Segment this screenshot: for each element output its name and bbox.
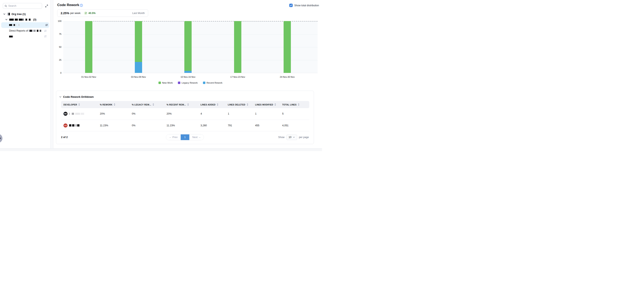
legend-label: Recent Rework (206, 82, 222, 84)
pagination: ← Prev 1 Next → (166, 134, 204, 140)
org-tree-label: Org tree (1) (12, 13, 26, 16)
checkbox-checked-icon[interactable] (289, 4, 293, 7)
x-tick-label: 10 Nov-16 Nov (175, 76, 201, 78)
bar-03-nov-09-nov (135, 21, 142, 73)
info-icon[interactable] (80, 4, 83, 7)
chart-legend: New WorkLegacy ReworkRecent Rework (63, 82, 318, 84)
show-label: Show (278, 136, 284, 139)
cell-rework: 11.23% (96, 120, 128, 131)
sort-icon[interactable] (217, 103, 218, 106)
cell-added: 3,260 (196, 120, 224, 131)
avatar: AS (64, 123, 68, 127)
filter-sliders-icon[interactable] (45, 24, 48, 26)
cell-deleted: 1 (224, 108, 251, 120)
chevron-down-icon[interactable] (5, 19, 8, 21)
sidebar-item-team[interactable]: (3) (5, 18, 36, 21)
cell-recent: 11.23% (162, 120, 196, 131)
sort-icon[interactable] (247, 103, 248, 106)
y-tick-label: 25 (54, 59, 62, 61)
legend-item-recent-rework[interactable]: Recent Rework (203, 82, 222, 84)
col-recent-rework[interactable]: % RECENT REW... (162, 101, 196, 108)
row-count-label: 2 of 2 (61, 136, 68, 139)
sort-icon[interactable] (188, 103, 189, 106)
drilldown-title: Code Rework Drilldown (63, 95, 94, 98)
x-tick-label: 17 Nov-23 Nov (224, 76, 251, 78)
search-input[interactable] (8, 5, 36, 7)
avatar: MS (64, 112, 68, 116)
page-title: Code Rework (57, 3, 79, 7)
bar-01-nov-02-nov (85, 21, 92, 73)
x-tick-label: 01 Nov-02 Nov (76, 76, 102, 78)
sidebar-item-other[interactable] (9, 36, 14, 38)
sidebar-item-selected-filter[interactable] (1, 22, 49, 28)
rework-delta-value: 40.5% (88, 12, 96, 15)
redacted-filter-name (9, 24, 20, 26)
rework-delta-badge: ↗ 40.5% (84, 12, 96, 15)
cell-deleted: 791 (224, 120, 251, 131)
cell-modified: 1 (251, 108, 278, 120)
collapse-chevron-icon[interactable] (59, 96, 62, 98)
col-lines-deleted[interactable]: LINES DELETED (224, 101, 251, 108)
chevron-down-icon (293, 136, 295, 138)
expand-sidebar-icon[interactable] (45, 4, 48, 8)
sort-icon[interactable] (298, 103, 299, 106)
search-icon (5, 5, 7, 7)
per-page-label: per page (299, 136, 309, 139)
total-reference-line (85, 21, 318, 22)
prev-page-button[interactable]: ← Prev (166, 134, 181, 140)
col-rework[interactable]: % REWORK (96, 101, 128, 108)
drilldown-header[interactable]: Code Rework Drilldown (59, 95, 94, 98)
cell-rework: 20% (96, 108, 128, 120)
team-count-label: (3) (33, 18, 36, 21)
rework-stat-card: 2.25% per week ↗ 40.5% Last Month (57, 9, 148, 17)
cell-modified: 455 (251, 120, 278, 131)
play-right-icon (0, 137, 1, 139)
sidebar-gutter (51, 0, 53, 148)
y-tick-label: 100 (54, 20, 62, 22)
code-rework-drilldown-card: Code Rework Drilldown DEVELOPER % REWORK… (56, 91, 314, 144)
bar-10-nov-16-nov (184, 21, 192, 73)
col-lines-added[interactable]: LINES ADDED (196, 101, 224, 108)
sort-icon[interactable] (78, 103, 80, 106)
legend-item-legacy-rework[interactable]: Legacy Rework (178, 82, 198, 84)
y-tick-label: 0 (54, 72, 62, 74)
search-box[interactable] (3, 3, 42, 9)
legend-item-new-work[interactable]: New Work (158, 82, 173, 84)
x-tick-label: 03 Nov-09 Nov (125, 76, 152, 78)
cell-added: 4 (196, 108, 224, 120)
page-size-select[interactable]: 10 (286, 135, 297, 140)
trend-up-icon: ↗ (84, 12, 87, 15)
table-row[interactable]: AS 11.23% 0% 11.23% 3,260 791 455 4,051 (61, 120, 309, 131)
cell-total: 5 (278, 108, 309, 120)
chart-plot (63, 21, 318, 73)
redacted-team-name (9, 19, 31, 21)
y-tick-label: 75 (54, 33, 62, 35)
sidebar-item-direct-reports[interactable]: Direct Reports of (9, 29, 41, 32)
col-developer[interactable]: DEVELOPER (61, 101, 96, 108)
filter-sliders-icon[interactable] (44, 30, 47, 32)
sort-icon[interactable] (152, 103, 154, 106)
drilldown-table: DEVELOPER % REWORK % LEGACY REW... % REC… (61, 101, 309, 131)
redacted-manager-name (29, 30, 41, 32)
next-page-button[interactable]: Next → (190, 134, 204, 140)
chevron-down-icon[interactable] (3, 13, 6, 15)
redacted-developer-name (69, 113, 84, 115)
sort-icon[interactable] (114, 103, 115, 106)
col-legacy-rework[interactable]: % LEGACY REW... (128, 101, 162, 108)
table-row[interactable]: MS 20% 0% 20% 4 1 1 5 (61, 108, 309, 120)
legend-label: Legacy Rework (182, 82, 198, 84)
col-total-lines[interactable]: TOTAL LINES (278, 101, 309, 108)
current-page-button[interactable]: 1 (181, 134, 190, 140)
show-total-distribution-label: Show total distribution (294, 4, 319, 7)
legend-swatch-icon (203, 82, 205, 84)
redacted-item-name (9, 36, 14, 38)
sort-icon[interactable] (274, 103, 276, 106)
col-lines-modified[interactable]: LINES MODIFIED (251, 101, 278, 108)
filter-sliders-icon[interactable] (44, 35, 47, 38)
y-tick-label: 50 (54, 46, 62, 48)
cell-recent: 20% (162, 108, 196, 120)
show-total-distribution-toggle[interactable]: Show total distribution (289, 4, 319, 7)
page-size-control: Show 10 per page (278, 135, 309, 140)
sidebar-item-org-tree[interactable]: Org tree (1) (3, 13, 26, 16)
period-label: Last Month (132, 12, 145, 15)
